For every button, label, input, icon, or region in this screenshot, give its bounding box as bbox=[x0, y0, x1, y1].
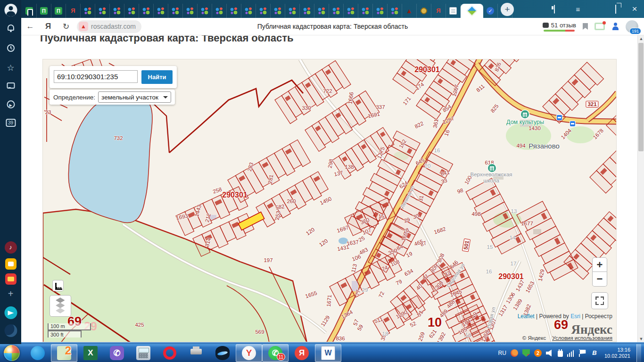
security-warning-icon[interactable]: ▲ bbox=[79, 22, 88, 31]
measure-button[interactable] bbox=[52, 280, 64, 291]
browser-tab[interactable] bbox=[139, 4, 154, 18]
profile-icon[interactable] bbox=[4, 4, 17, 16]
mail-app-icon[interactable] bbox=[5, 273, 17, 285]
browser-tab[interactable] bbox=[388, 4, 402, 18]
tray-flag-icon[interactable] bbox=[579, 349, 586, 357]
page-scrollbar[interactable]: ▲ ▼ bbox=[637, 35, 644, 342]
bookmark-flag-icon[interactable] bbox=[583, 23, 588, 30]
layers-button[interactable]: ◆◆◆ bbox=[50, 295, 71, 317]
messenger-app-icon[interactable] bbox=[4, 306, 17, 319]
close-button[interactable]: × bbox=[625, 4, 644, 14]
browser-tab[interactable] bbox=[51, 4, 66, 18]
search-button[interactable]: Найти bbox=[141, 70, 173, 84]
taskbar-item-2gis[interactable] bbox=[51, 344, 77, 362]
bookmarks-panel-icon[interactable] bbox=[545, 5, 564, 13]
browser-tab[interactable] bbox=[168, 4, 183, 18]
taskbar-clock[interactable]: 13:16 10.02.2021 bbox=[603, 347, 632, 359]
language-indicator[interactable]: RU bbox=[498, 350, 506, 356]
video-play-icon[interactable]: ▶ bbox=[7, 100, 15, 108]
browser-tab[interactable] bbox=[314, 4, 329, 18]
browser-tab[interactable] bbox=[227, 4, 241, 18]
avatar[interactable]: 191 bbox=[626, 20, 638, 33]
browser-tab[interactable] bbox=[402, 4, 417, 18]
browser-tab[interactable] bbox=[373, 4, 388, 18]
taskbar-item-yandex[interactable] bbox=[289, 344, 315, 362]
culture-house-icon[interactable] bbox=[521, 110, 529, 118]
active-tab[interactable] bbox=[461, 4, 483, 18]
taskbar-item-excel[interactable] bbox=[77, 344, 104, 362]
browser-tab[interactable] bbox=[256, 4, 271, 18]
esri-link[interactable]: Esri bbox=[570, 313, 580, 320]
bus-stop-icon[interactable] bbox=[570, 121, 575, 126]
browser-tab[interactable] bbox=[124, 4, 139, 18]
add-app-icon[interactable]: + bbox=[8, 288, 14, 299]
browser-tab[interactable] bbox=[81, 4, 95, 18]
start-button[interactable] bbox=[4, 345, 20, 361]
tray-volume-icon[interactable] bbox=[546, 349, 553, 357]
browser-tab[interactable] bbox=[66, 4, 81, 18]
taskbar-item-skype[interactable] bbox=[25, 344, 51, 362]
terms-link[interactable]: Условия использования bbox=[552, 335, 612, 341]
fullscreen-button[interactable] bbox=[591, 292, 608, 309]
night-mode-icon[interactable] bbox=[4, 324, 17, 337]
tray-2gis-icon[interactable] bbox=[534, 349, 542, 357]
browser-tab[interactable] bbox=[212, 4, 227, 18]
show-desktop-button[interactable] bbox=[636, 344, 641, 362]
scrollbar-thumb[interactable] bbox=[638, 43, 644, 151]
address-bar[interactable]: ▲ roscadastr.com bbox=[77, 20, 141, 33]
taskbar-item-viber[interactable] bbox=[104, 344, 130, 362]
market-app-icon[interactable] bbox=[5, 258, 17, 270]
menu-icon[interactable]: ≡ bbox=[569, 5, 587, 13]
parcel-search-input[interactable] bbox=[54, 70, 138, 83]
browser-tab[interactable] bbox=[300, 4, 314, 18]
mail-icon[interactable] bbox=[594, 23, 605, 30]
new-tab-button[interactable]: + bbox=[501, 3, 514, 16]
reload-button[interactable]: ↻ bbox=[57, 22, 75, 32]
browser-tab[interactable] bbox=[431, 4, 446, 18]
definition-select[interactable]: земельный участок bbox=[98, 91, 171, 103]
taskbar-item-fax[interactable] bbox=[183, 344, 209, 362]
tray-network-icon[interactable] bbox=[567, 349, 575, 357]
browser-tab[interactable] bbox=[358, 4, 373, 18]
browser-tab[interactable] bbox=[183, 4, 198, 18]
scroll-down-icon[interactable]: ▼ bbox=[638, 336, 644, 342]
map[interactable]: 29030129030129030169691029732'2372233016… bbox=[42, 59, 617, 342]
browser-tab[interactable] bbox=[22, 4, 37, 18]
taskbar-item-yandex-browser[interactable] bbox=[236, 344, 262, 362]
downloads-badge[interactable]: 39 bbox=[6, 119, 16, 127]
yandex-button[interactable]: Я bbox=[39, 22, 57, 31]
bus-stop-icon[interactable] bbox=[557, 115, 562, 120]
leaflet-link[interactable]: Leaflet bbox=[518, 313, 535, 320]
comments-icon[interactable] bbox=[7, 82, 15, 89]
browser-tab[interactable] bbox=[483, 4, 498, 18]
favorites-star-icon[interactable]: ☆ bbox=[7, 63, 14, 73]
notifications-bell-icon[interactable] bbox=[8, 25, 14, 31]
tray-ccleaner-icon[interactable] bbox=[511, 349, 518, 357]
school-icon[interactable] bbox=[488, 164, 496, 172]
browser-tab[interactable] bbox=[329, 4, 344, 18]
history-clock-icon[interactable] bbox=[7, 44, 15, 52]
browser-tab[interactable] bbox=[95, 4, 110, 18]
browser-tab[interactable] bbox=[37, 4, 51, 18]
music-app-icon[interactable] bbox=[5, 241, 17, 254]
reviews-widget[interactable]: 51 отзыв bbox=[543, 22, 576, 32]
taskbar-item-opera[interactable] bbox=[157, 344, 183, 362]
browser-tab[interactable] bbox=[198, 4, 212, 18]
taskbar-item-disk-app[interactable] bbox=[209, 344, 236, 362]
taskbar-item-whatsapp[interactable]: 11 bbox=[262, 344, 289, 362]
browser-tab[interactable] bbox=[344, 4, 358, 18]
zoom-out-button[interactable]: − bbox=[592, 272, 607, 287]
profile-person-icon[interactable] bbox=[611, 23, 619, 30]
back-button[interactable]: ← bbox=[21, 22, 39, 31]
taskbar-item-word[interactable] bbox=[315, 344, 341, 362]
tray-shield-icon[interactable] bbox=[522, 349, 530, 357]
restore-button[interactable] bbox=[606, 5, 625, 13]
browser-tab[interactable] bbox=[241, 4, 256, 18]
scroll-up-icon[interactable]: ▲ bbox=[638, 35, 644, 42]
tray-power-icon[interactable] bbox=[558, 351, 563, 357]
browser-tab[interactable] bbox=[446, 4, 461, 18]
taskbar-item-calculator[interactable] bbox=[130, 344, 157, 362]
browser-tab[interactable] bbox=[285, 4, 300, 18]
browser-tab[interactable] bbox=[110, 4, 124, 18]
zoom-in-button[interactable]: + bbox=[592, 257, 607, 272]
